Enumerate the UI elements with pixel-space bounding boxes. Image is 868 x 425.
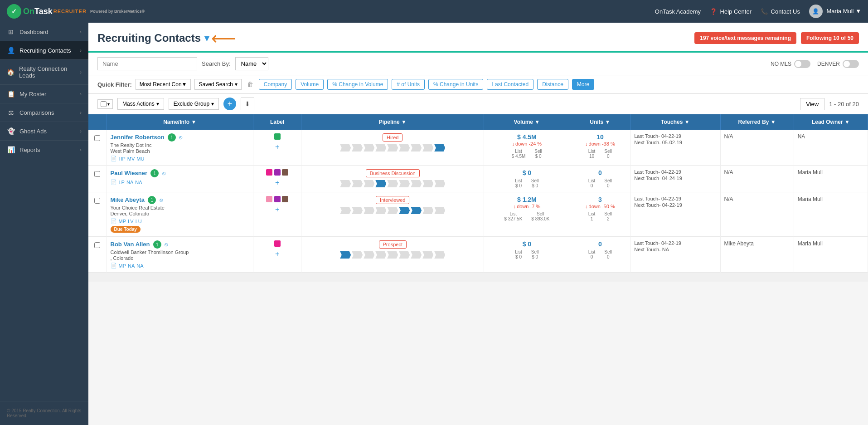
contact-tag[interactable]: LP: [119, 180, 125, 185]
label-color[interactable]: [274, 196, 281, 202]
contact-name-link[interactable]: Paul Wiesner: [111, 170, 148, 176]
contact-tag[interactable]: NA: [135, 180, 142, 185]
add-label-icon[interactable]: +: [257, 143, 297, 151]
sidebar-item-my-roster[interactable]: 📋 My Roster ›: [0, 85, 88, 103]
share-icon[interactable]: ⎋: [162, 170, 165, 176]
last-touch: Last Touch- 04-22-19: [634, 169, 716, 175]
filter-more[interactable]: More: [572, 79, 594, 90]
volume-cell: $ 1.2M↓down -7 % List$ 327.5K Sell$ 893.…: [484, 192, 570, 237]
contact-name-link[interactable]: Bob Van Allen: [111, 241, 150, 248]
contact-tag[interactable]: MU: [136, 156, 144, 161]
filter-last-contacted[interactable]: Last Contacted: [487, 79, 533, 90]
sidebar-item-dashboard[interactable]: ⊞ Dashboard ›: [0, 23, 88, 41]
mass-actions-button[interactable]: Mass Actions ▾: [117, 98, 164, 110]
name-cell: Jennifer Robertson 1 ⎋ The Realty Dot In…: [107, 130, 253, 166]
share-icon[interactable]: ⎋: [179, 134, 182, 141]
contact-tag[interactable]: NA: [126, 180, 133, 185]
contact-tag[interactable]: NA: [136, 263, 143, 269]
filter-change-volume[interactable]: % Change in Volume: [327, 79, 388, 90]
checkbox-caret[interactable]: ▾: [107, 102, 110, 107]
pipeline-label[interactable]: Prospect: [379, 240, 407, 249]
title-dropdown-arrow[interactable]: ▾: [204, 33, 209, 44]
touches-cell: Last Touch- 04-22-19 Next Touch- 05-02-1…: [630, 130, 720, 166]
filter-units[interactable]: # of Units: [392, 79, 425, 90]
contact-tag[interactable]: HP: [119, 156, 126, 161]
most-recent-filter[interactable]: Most Recent Con▼: [136, 79, 191, 90]
filter-volume[interactable]: Volume: [296, 79, 324, 90]
row-checkbox[interactable]: [94, 135, 100, 141]
no-mls-switch[interactable]: [794, 60, 810, 68]
pipeline-label[interactable]: Interviewed: [376, 196, 409, 204]
main-content: Recruiting Contacts ▾ ⟵ 197 voice/text m…: [88, 23, 868, 425]
saved-search-caret: ▾: [235, 81, 238, 88]
contact-tag[interactable]: NA: [128, 263, 135, 269]
th-volume[interactable]: Volume ▼: [484, 114, 570, 130]
pipeline-step: [434, 180, 445, 187]
row-checkbox[interactable]: [94, 198, 100, 204]
academy-link[interactable]: OnTask Academy: [655, 8, 701, 15]
pipeline-arrows: [305, 180, 480, 187]
select-all-checkbox[interactable]: ▾: [97, 99, 113, 109]
sidebar-item-ghost-ads[interactable]: 👻 Ghost Ads ›: [0, 122, 88, 141]
label-color[interactable]: [266, 196, 272, 202]
th-pipeline[interactable]: Pipeline ▼: [301, 114, 484, 130]
pipeline-label[interactable]: Hired: [383, 133, 402, 142]
orange-back-arrow[interactable]: ⟵: [211, 29, 236, 47]
pipeline-step: [340, 144, 351, 151]
filter-trash-icon[interactable]: 🗑: [245, 79, 255, 90]
contact-tag[interactable]: MV: [127, 156, 135, 161]
label-color[interactable]: [274, 169, 281, 176]
sidebar-item-realty-leads[interactable]: 🏠 Realty Connection Leads ›: [0, 60, 88, 85]
sidebar-item-reports[interactable]: 📊 Reports ›: [0, 141, 88, 159]
contact-tag[interactable]: MP: [119, 263, 126, 269]
view-button[interactable]: View: [800, 98, 824, 110]
row-checkbox[interactable]: [94, 171, 100, 177]
download-button[interactable]: ⬇: [241, 98, 254, 110]
contact-tag[interactable]: LU: [136, 219, 142, 224]
help-center-link[interactable]: ❓ Help Center: [710, 8, 752, 15]
contact-us-link[interactable]: 📞 Contact Us: [761, 8, 800, 15]
saved-search-filter[interactable]: Saved Search ▾: [194, 79, 241, 90]
share-icon[interactable]: ⎋: [165, 241, 168, 248]
following-badge[interactable]: Following 10 of 50: [801, 32, 859, 44]
th-units[interactable]: Units ▼: [570, 114, 630, 130]
share-icon[interactable]: ⎋: [160, 197, 163, 203]
label-color[interactable]: [282, 196, 288, 202]
filter-company[interactable]: Company: [259, 79, 292, 90]
contact-tag[interactable]: LV: [128, 219, 134, 224]
contact-tag[interactable]: MP: [119, 219, 126, 224]
contact-name-link[interactable]: Jennifer Robertson: [111, 134, 165, 141]
label-cell: +: [253, 130, 301, 166]
label-color[interactable]: [274, 240, 281, 247]
filter-change-units[interactable]: % Change in Units: [428, 79, 483, 90]
sidebar-item-comparisons[interactable]: ⚖ Comparisons ›: [0, 103, 88, 122]
add-label-icon[interactable]: +: [257, 179, 297, 187]
denver-toggle[interactable]: DENVER: [817, 60, 859, 68]
units-cell: 0 List0 Sell0: [570, 237, 630, 273]
th-referred[interactable]: Referred By ▼: [720, 114, 794, 130]
search-by-select[interactable]: Name: [235, 57, 268, 70]
add-contact-button[interactable]: +: [223, 98, 236, 110]
sidebar-item-recruiting-contacts[interactable]: 👤 Recruiting Contacts ›: [0, 41, 88, 60]
add-label-icon[interactable]: +: [257, 205, 297, 214]
th-owner[interactable]: Lead Owner ▼: [794, 114, 868, 130]
user-menu[interactable]: 👤 Maria Mull ▼: [809, 5, 861, 18]
th-touches[interactable]: Touches ▼: [630, 114, 720, 130]
pipeline-step: [411, 207, 422, 214]
filter-distance[interactable]: Distance: [537, 79, 568, 90]
contact-name-link[interactable]: Mike Abeyta: [111, 196, 145, 203]
logo: ✓ On Task RECRUITER Powered by BrokerMet…: [7, 4, 145, 19]
th-name[interactable]: Name/Info ▼: [107, 114, 253, 130]
row-checkbox[interactable]: [94, 242, 100, 248]
denver-switch[interactable]: [843, 60, 859, 68]
tag-icon: 📄: [111, 156, 117, 161]
label-color[interactable]: [282, 169, 288, 176]
checkbox-all[interactable]: [101, 101, 107, 107]
label-color[interactable]: [266, 169, 272, 176]
exclude-group-button[interactable]: Exclude Group ▾: [169, 98, 219, 110]
pipeline-label[interactable]: Business Discussion: [366, 169, 420, 177]
search-input[interactable]: [97, 57, 197, 70]
no-mls-toggle[interactable]: NO MLS: [771, 60, 810, 68]
label-color[interactable]: [274, 133, 281, 140]
add-label-icon[interactable]: +: [257, 250, 297, 258]
